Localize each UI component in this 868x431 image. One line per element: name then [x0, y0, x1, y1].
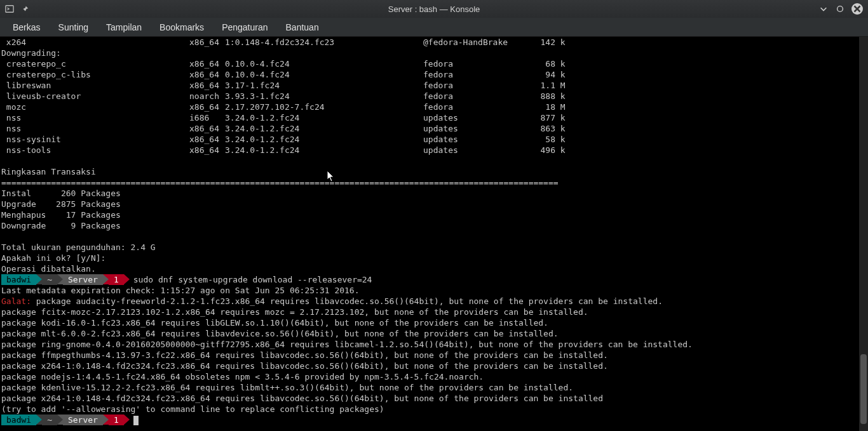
error-line: package mlt-6.0.0-2.fc23.x86_64 requires… — [1, 328, 865, 339]
svg-point-1 — [837, 6, 843, 12]
menu-bookmarks[interactable]: Bookmarks — [151, 20, 213, 35]
error-line: Galat: package audacity-freeworld-2.1.2-… — [1, 296, 865, 307]
close-button[interactable] — [851, 3, 863, 15]
prompt-user: badwi — [1, 274, 36, 285]
error-line: package x264-1:0.148-4.fd2c324.fc23.x86_… — [1, 393, 865, 404]
error-line: package x264-1:0.148-4.fd2c324.fc23.x86_… — [1, 361, 865, 371]
prompt-line: badwi~Server1sudo dnf system-upgrade dow… — [1, 274, 865, 285]
minimize-button[interactable] — [818, 4, 829, 14]
prompt-dir: ~ — [42, 274, 57, 285]
prompt-num: 1 — [109, 414, 124, 425]
terminal-icon — [5, 4, 14, 13]
scrollbar-track[interactable] — [859, 37, 868, 431]
window-titlebar: Server : bash — Konsole — [0, 0, 868, 18]
text-cursor — [133, 416, 139, 425]
terminal-output[interactable]: x264x86_641:0.148-4.fd2c324.fc23@fedora-… — [0, 37, 868, 431]
prompt-num: 1 — [109, 274, 124, 285]
menu-tampilan[interactable]: Tampilan — [97, 20, 151, 35]
summary-rule: ========================================… — [1, 177, 865, 188]
error-line: package fcitx-mozc-2.17.2123.102-1.2.x86… — [1, 307, 865, 317]
prompt-line: badwi~Server1 — [1, 414, 865, 425]
prompt-dir: ~ — [42, 414, 57, 425]
confirm-prompt: Apakah ini ok? [y/N]: — [1, 253, 865, 263]
prompt-host: Server — [63, 414, 103, 425]
package-row: nssx86_643.24.0-1.2.fc24updates863 k — [1, 123, 865, 134]
package-row: nss-sysinitx86_643.24.0-1.2.fc24updates5… — [1, 134, 865, 145]
prompt-host: Server — [63, 274, 103, 285]
menu-sunting[interactable]: Sunting — [50, 20, 97, 35]
summary-line: Downgrade 9 Packages — [1, 220, 865, 231]
section-label: Downgrading: — [1, 48, 865, 58]
blank-line — [1, 156, 865, 166]
summary-line: Upgrade 2875 Packages — [1, 199, 865, 209]
total-line: Total ukuran pengunduhan: 2.4 G — [1, 242, 865, 253]
prompt-command — [130, 414, 139, 425]
cancelled-line: Operasi dibatalkan. — [1, 263, 865, 274]
summary-heading: Ringkasan Transaksi — [1, 166, 865, 177]
meta-line: Last metadata expiration check: 1:15:27 … — [1, 285, 865, 296]
error-line: package kodi-16.0-1.fc23.x86_64 requires… — [1, 317, 865, 328]
package-row: nssi6863.24.0-1.2.fc24updates877 k — [1, 112, 865, 123]
maximize-button[interactable] — [835, 4, 845, 14]
error-line: package ring-gnome-0.4.0-20160205000000~… — [1, 339, 865, 350]
summary-line: Instal 260 Packages — [1, 188, 865, 199]
prompt-user: badwi — [1, 414, 36, 425]
error-line: package kdenlive-15.12.2-2.fc23.x86_64 r… — [1, 382, 865, 393]
menu-pengaturan[interactable]: Pengaturan — [213, 20, 276, 35]
menu-bar: Berkas Sunting Tampilan Bookmarks Pengat… — [0, 18, 868, 37]
error-line: package nodejs-1:4.4.5-1.fc24.x86_64 obs… — [1, 371, 865, 382]
package-row: createrepo_c-libsx86_640.10.0-4.fc24fedo… — [1, 69, 865, 80]
package-row: x264x86_641:0.148-4.fd2c324.fc23@fedora-… — [1, 37, 865, 48]
package-row: mozcx86_642.17.2077.102-7.fc24fedora18 M — [1, 102, 865, 112]
menu-berkas[interactable]: Berkas — [4, 20, 50, 35]
blank-line — [1, 231, 865, 242]
package-row: libreswanx86_643.17-1.fc24fedora1.1 M — [1, 80, 865, 91]
summary-line: Menghapus 17 Packages — [1, 209, 865, 220]
prompt-command: sudo dnf system-upgrade download --relea… — [130, 274, 372, 285]
window-title: Server : bash — Konsole — [388, 4, 480, 14]
menu-bantuan[interactable]: Bantuan — [277, 20, 328, 35]
package-row: nss-toolsx86_643.24.0-1.2.fc24updates496… — [1, 145, 865, 156]
pin-icon[interactable] — [20, 4, 29, 13]
package-row: liveusb-creatornoarch3.93.3-1.fc24fedora… — [1, 91, 865, 102]
package-row: createrepo_cx86_640.10.0-4.fc24fedora68 … — [1, 58, 865, 69]
hint-line: (try to add '--allowerasing' to command … — [1, 404, 865, 414]
scrollbar-thumb[interactable] — [860, 354, 867, 424]
error-line: package ffmpegthumbs-4.13.97-3.fc22.x86_… — [1, 350, 865, 361]
